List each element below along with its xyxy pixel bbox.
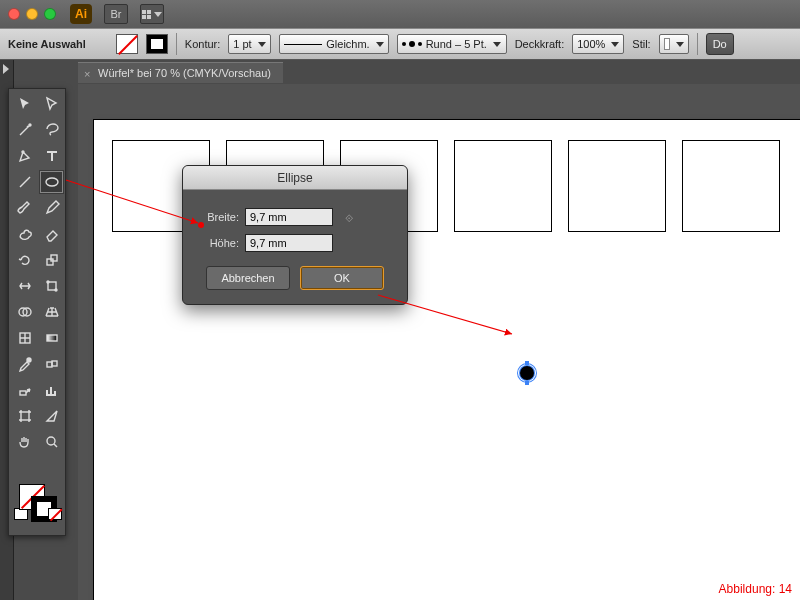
document-tabs: × Würfel* bei 70 % (CMYK/Vorschau) (78, 60, 283, 84)
tools-panel (8, 88, 66, 536)
width-tool[interactable] (12, 274, 37, 298)
gradient-tool[interactable] (39, 326, 64, 350)
document-tab[interactable]: × Würfel* bei 70 % (CMYK/Vorschau) (78, 62, 283, 83)
svg-point-2 (46, 178, 58, 186)
svg-point-17 (47, 437, 55, 445)
perspective-grid-tool[interactable] (39, 300, 64, 324)
figure-caption: Abbildung: 14 (719, 582, 792, 596)
blob-brush-tool[interactable] (12, 222, 37, 246)
scale-tool[interactable] (39, 248, 64, 272)
close-tab-icon[interactable]: × (84, 68, 90, 80)
svg-point-12 (27, 358, 31, 362)
free-transform-tool[interactable] (39, 274, 64, 298)
eyedropper-tool[interactable] (12, 352, 37, 376)
dialog-title: Ellipse (183, 166, 407, 190)
canvas-area[interactable]: Abbildung: 14 (78, 84, 800, 600)
svg-rect-3 (47, 259, 53, 265)
cancel-button[interactable]: Abbrechen (206, 266, 290, 290)
document-title: Würfel* bei 70 % (CMYK/Vorschau) (98, 67, 271, 79)
svg-rect-16 (21, 412, 29, 420)
arrange-documents-button[interactable] (140, 4, 164, 24)
svg-point-0 (29, 124, 31, 126)
stroke-label: Kontur: (185, 38, 220, 50)
document-setup-button[interactable]: Do (706, 33, 734, 55)
opacity-dropdown[interactable]: 100% (572, 34, 624, 54)
paintbrush-tool[interactable] (12, 196, 37, 220)
direct-selection-tool[interactable] (39, 92, 64, 116)
svg-rect-11 (47, 335, 57, 341)
svg-rect-14 (52, 361, 57, 366)
dash-dropdown[interactable]: Gleichm. (279, 34, 389, 54)
window-minimize-button[interactable] (26, 8, 38, 20)
brush-profile-dropdown[interactable]: Rund – 5 Pt. (397, 34, 507, 54)
height-input[interactable] (245, 234, 333, 252)
symbol-sprayer-tool[interactable] (12, 378, 37, 402)
window-close-button[interactable] (8, 8, 20, 20)
app-badge: Ai (70, 4, 92, 24)
svg-point-7 (55, 289, 57, 291)
control-bar: Keine Auswahl Kontur: 1 pt Gleichm. Rund… (0, 28, 800, 60)
window-zoom-button[interactable] (44, 8, 56, 20)
width-label: Breite: (197, 211, 239, 223)
expand-dock-icon[interactable] (3, 64, 9, 74)
style-label: Stil: (632, 38, 650, 50)
mesh-tool[interactable] (12, 326, 37, 350)
type-tool[interactable] (39, 144, 64, 168)
opacity-label: Deckkraft: (515, 38, 565, 50)
none-mode-button[interactable] (48, 508, 62, 520)
created-ellipse[interactable] (520, 366, 534, 380)
ok-button[interactable]: OK (300, 266, 384, 290)
zoom-tool[interactable] (39, 430, 64, 454)
ellipse-dialog: Ellipse Breite: ⟐ Höhe: Abbrechen OK (182, 165, 408, 305)
line-tool[interactable] (12, 170, 37, 194)
rotate-tool[interactable] (12, 248, 37, 272)
svg-rect-13 (47, 362, 52, 367)
svg-point-6 (47, 281, 49, 283)
svg-rect-15 (20, 391, 26, 395)
width-input[interactable] (245, 208, 333, 226)
stroke-swatch[interactable] (146, 34, 168, 54)
ellipse-tool[interactable] (39, 170, 64, 194)
fill-swatch[interactable] (116, 34, 138, 54)
graphic-style-dropdown[interactable] (659, 34, 689, 54)
eraser-tool[interactable] (39, 222, 64, 246)
pencil-tool[interactable] (39, 196, 64, 220)
stroke-weight-dropdown[interactable]: 1 pt (228, 34, 270, 54)
lasso-tool[interactable] (39, 118, 64, 142)
blend-tool[interactable] (39, 352, 64, 376)
column-graph-tool[interactable] (39, 378, 64, 402)
selection-tool[interactable] (12, 92, 37, 116)
selection-status: Keine Auswahl (8, 38, 86, 50)
svg-rect-4 (51, 255, 57, 261)
constrain-proportions-icon[interactable]: ⟐ (345, 209, 353, 225)
height-label: Höhe: (197, 237, 239, 249)
bridge-button[interactable]: Br (104, 4, 128, 24)
artboard-tool[interactable] (12, 404, 37, 428)
slice-tool[interactable] (39, 404, 64, 428)
shape-builder-tool[interactable] (12, 300, 37, 324)
magic-wand-tool[interactable] (12, 118, 37, 142)
window-titlebar: Ai Br (0, 0, 800, 28)
pen-tool[interactable] (12, 144, 37, 168)
hand-tool[interactable] (12, 430, 37, 454)
